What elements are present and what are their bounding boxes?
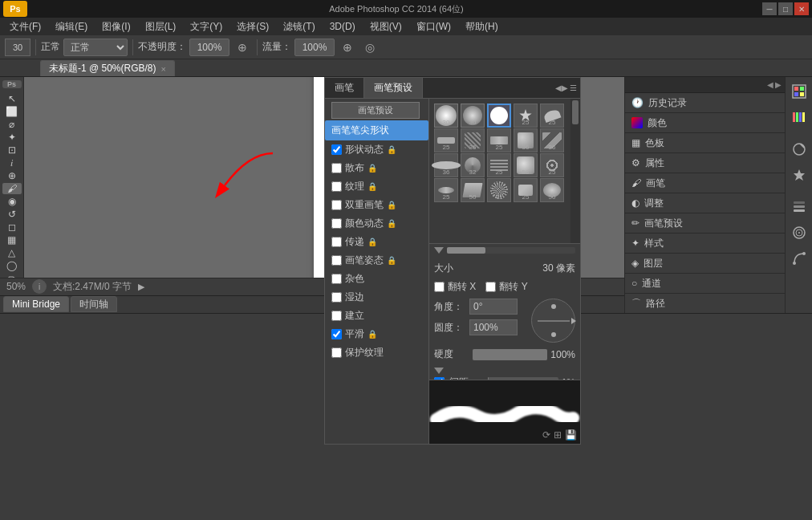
menu-view[interactable]: 视图(V) <box>363 18 408 35</box>
brush-preset-13[interactable]: 25 <box>487 153 511 177</box>
styles-header[interactable]: ✦ 样式 <box>625 234 785 253</box>
dodge-tool[interactable]: ◯ <box>2 260 22 271</box>
doc-tab-active[interactable]: 未标题-1 @ 50%(RGB/8) × <box>40 60 175 76</box>
doc-tab-close[interactable]: × <box>161 64 166 74</box>
lasso-tool[interactable]: ⌀ <box>2 119 22 130</box>
blend-mode-select[interactable]: 正常 <box>63 39 128 56</box>
flow-icon[interactable]: ⊕ <box>338 39 357 56</box>
noise-checkbox[interactable] <box>331 274 342 278</box>
color-header[interactable]: 颜色 <box>625 113 785 132</box>
close-button[interactable]: ✕ <box>794 2 809 15</box>
panels-expand-btn[interactable]: ▶ <box>775 80 782 89</box>
channels-far-right[interactable] <box>788 221 810 244</box>
maximize-button[interactable]: □ <box>778 2 793 15</box>
brush-preset-14[interactable]: 50 <box>514 153 538 177</box>
transfer-option[interactable]: 传递 🔒 <box>325 233 428 251</box>
eyedropper-tool[interactable]: 𝑖 <box>2 157 22 169</box>
properties-header[interactable]: ⚙ 属性 <box>625 153 785 173</box>
menu-select[interactable]: 选择(S) <box>230 18 275 35</box>
shape-dynamics-option[interactable]: 形状动态 🔒 <box>325 140 428 159</box>
color-dynamics-option[interactable]: 颜色动态 🔒 <box>325 214 428 233</box>
brush-presets-btn[interactable]: 画笔预设 <box>331 102 420 119</box>
scattering-option[interactable]: 散布 🔒 <box>325 159 428 177</box>
transfer-checkbox[interactable] <box>331 237 342 247</box>
status-arrow-btn[interactable]: ▶ <box>138 282 144 292</box>
brush-preset-19[interactable]: 25 <box>514 178 538 202</box>
brush-preset-tab[interactable]: 画笔预设 <box>364 78 423 98</box>
presets-scrollbar[interactable] <box>570 99 580 243</box>
color-dynamics-checkbox[interactable] <box>331 218 342 229</box>
texture-option[interactable]: 纹理 🔒 <box>325 177 428 196</box>
brush-presets-scrollable[interactable]: 30 30 30 <box>429 99 570 243</box>
brush-preset-10[interactable]: 36 <box>540 128 564 152</box>
brush-tip-shape-btn[interactable]: 画笔笔尖形状 <box>325 120 428 140</box>
color-swatch-far-right[interactable] <box>788 80 810 103</box>
brush-preset-11[interactable]: 36 <box>434 153 458 177</box>
channels-header[interactable]: ○ 通道 <box>625 274 785 278</box>
brush-preset-7[interactable]: 36 <box>461 128 485 152</box>
brush-tool[interactable]: 🖌 <box>2 183 22 194</box>
brush-pose-option[interactable]: 画笔姿态 🔒 <box>325 251 428 270</box>
texture-checkbox[interactable] <box>331 181 342 192</box>
scrollbar-thumb[interactable] <box>572 100 579 124</box>
history-header[interactable]: 🕐 历史记录 <box>625 93 785 112</box>
heal-tool[interactable]: ⊕ <box>2 170 22 181</box>
adjustments-header[interactable]: ◐ 调整 <box>625 193 785 213</box>
flow-input[interactable] <box>294 39 335 56</box>
airbrush-icon[interactable]: ◎ <box>360 39 380 56</box>
brush-pose-checkbox[interactable] <box>331 255 342 266</box>
dual-brush-option[interactable]: 双重画笔 🔒 <box>325 196 428 214</box>
brush-header-right[interactable]: 🖌 画笔 <box>625 173 785 193</box>
blur-tool[interactable]: △ <box>2 247 22 258</box>
brush-preset-9[interactable]: 36 <box>514 128 538 152</box>
crop-tool[interactable]: ⊡ <box>2 144 22 156</box>
eraser-tool[interactable]: ◻ <box>2 221 22 233</box>
brush-preset-18[interactable]: 71 <box>487 178 511 202</box>
timeline-tab[interactable]: 时间轴 <box>71 296 117 312</box>
menu-layer[interactable]: 图层(L) <box>139 18 183 35</box>
history-brush-tool[interactable]: ↺ <box>2 209 22 220</box>
brush-preset-15[interactable]: 25 <box>540 153 564 177</box>
brush-preset-16[interactable]: 25 <box>434 178 458 202</box>
gradient-tool[interactable]: ▦ <box>2 234 22 246</box>
menu-image[interactable]: 图像(I) <box>95 18 136 35</box>
styles-far-right[interactable] <box>788 164 810 186</box>
magic-wand-tool[interactable]: ✦ <box>2 132 22 143</box>
brush-preset-17[interactable]: 50 <box>461 178 485 202</box>
scattering-checkbox[interactable] <box>331 163 342 173</box>
opacity-input[interactable] <box>189 39 229 56</box>
size-slider[interactable] <box>447 247 575 254</box>
opacity-icon[interactable]: ⊕ <box>233 39 252 56</box>
minimize-button[interactable]: ─ <box>762 2 777 15</box>
brush-preset-8[interactable]: 25 <box>487 128 511 152</box>
brush-preset-5[interactable]: 25 <box>540 104 564 128</box>
swatches-far-right[interactable] <box>788 106 810 128</box>
status-zoom-btn[interactable]: i <box>32 279 47 294</box>
menu-edit[interactable]: 编辑(E) <box>49 18 94 35</box>
brush-preset-1[interactable]: 30 <box>434 104 458 128</box>
brush-preset-4[interactable]: 25 <box>514 104 538 128</box>
brush-tab[interactable]: 画笔 <box>325 78 364 98</box>
shape-dynamics-checkbox[interactable] <box>331 144 342 155</box>
menu-filter[interactable]: 滤镜(T) <box>277 18 321 35</box>
menu-window[interactable]: 窗口(W) <box>410 18 457 35</box>
select-tool[interactable]: ⬜ <box>2 106 22 117</box>
brush-preset-6[interactable]: 25 <box>434 128 458 152</box>
panel-options-btn[interactable]: ☰ <box>570 83 577 92</box>
brush-preset-2[interactable]: 30 <box>461 104 485 128</box>
move-tool[interactable]: ↖ <box>2 93 22 104</box>
panel-menu-btn[interactable]: ◀▶ <box>555 83 568 92</box>
mini-bridge-tab[interactable]: Mini Bridge <box>3 296 69 312</box>
adjustments-far-right[interactable] <box>788 138 810 160</box>
layers-far-right[interactable] <box>788 196 810 218</box>
panels-collapse-btn[interactable]: ◀ <box>767 80 773 89</box>
menu-file[interactable]: 文件(F) <box>3 18 47 35</box>
menu-3d[interactable]: 3D(D) <box>323 19 362 34</box>
menu-text[interactable]: 文字(Y) <box>184 18 229 35</box>
brush-presets-header-right[interactable]: ✏ 画笔预设 <box>625 213 785 233</box>
noise-option[interactable]: 杂色 <box>325 270 428 278</box>
dual-brush-checkbox[interactable] <box>331 200 342 210</box>
swatches-header[interactable]: ▦ 色板 <box>625 133 785 152</box>
paths-far-right[interactable] <box>788 247 810 270</box>
brush-preset-12[interactable]: 32 <box>461 153 485 177</box>
